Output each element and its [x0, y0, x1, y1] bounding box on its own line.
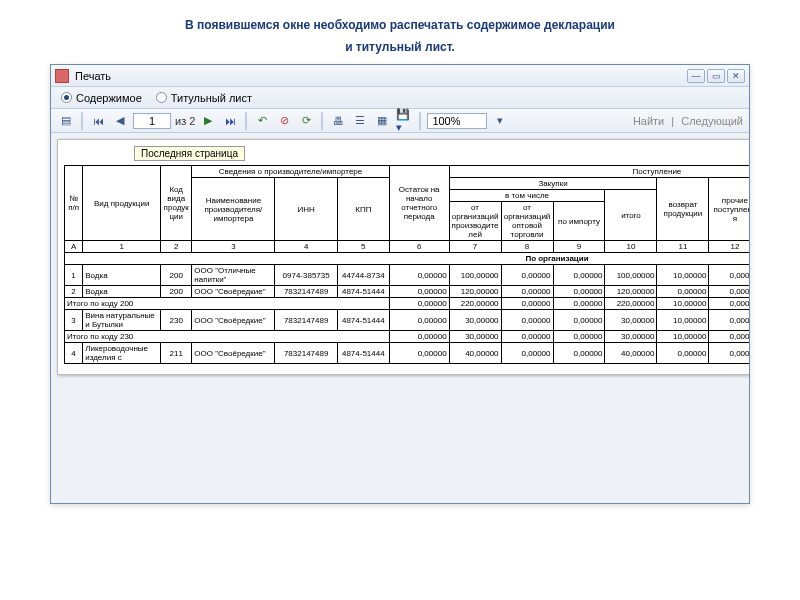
radio-dot-icon [156, 92, 167, 103]
tab-titlepage-label: Титульный лист [171, 92, 252, 104]
instruction-line1: В появившемся окне необходимо распечатат… [0, 0, 800, 40]
table-row: 4Ликероводочные изделия с211ООО "Своёред… [65, 343, 750, 364]
radio-dot-icon [61, 92, 72, 103]
th-naim: Наименование производителя/импортера [192, 178, 275, 241]
first-page-button[interactable]: ⏮ [89, 112, 107, 130]
app-icon [55, 69, 69, 83]
titlebar: Печать — ▭ ✕ [51, 65, 749, 87]
find-label[interactable]: Найти [633, 115, 664, 127]
colnum-row: А12 345 678 91011 121314 151617 [65, 241, 750, 253]
tab-content-label: Содержимое [76, 92, 142, 104]
print-button[interactable]: 🖶 [329, 112, 347, 130]
last-page-button[interactable]: ⏭ [221, 112, 239, 130]
th-kod: Код вида продукции [161, 166, 192, 241]
th-vid: Вид продукции [83, 166, 161, 241]
report-viewport[interactable]: Последняя страница Стр. 2 из 3 № п/п Вид… [51, 133, 749, 503]
tab-bar: Содержимое Титульный лист [51, 87, 749, 109]
th-ot-proiz: от организаций производителей [449, 202, 501, 241]
th-vozvrat-prod: возврат продукции [657, 178, 709, 241]
th-inn: ИНН [275, 178, 337, 241]
th-ostatok: Остаток на начало отчетного периода [389, 166, 449, 241]
declaration-table: № п/п Вид продукции Код вида продукции С… [64, 165, 749, 364]
minimize-button[interactable]: — [687, 69, 705, 83]
th-prochie-post: прочие поступления [709, 178, 749, 241]
refresh-button[interactable]: ⟳ [297, 112, 315, 130]
print-window: Печать — ▭ ✕ Содержимое Титульный лист ▤… [50, 64, 750, 504]
table-row: 2Водка200ООО "Своёредкие"78321474894874-… [65, 286, 750, 298]
layout-button[interactable]: ☰ [351, 112, 369, 130]
tooltip-last-page: Последняя страница [134, 146, 245, 161]
instruction-line2: и титульный лист. [0, 40, 800, 64]
back-button[interactable]: ↶ [253, 112, 271, 130]
report-page: Последняя страница Стр. 2 из 3 № п/п Вид… [57, 139, 749, 375]
th-itogo: итого [605, 190, 657, 241]
table-row: 1Водка200ООО "Отличные напитки"0974-3857… [65, 265, 750, 286]
table-row: 3Вина натуральные и Бутылки230ООО "Своёр… [65, 310, 750, 331]
zoom-dropdown-icon[interactable]: ▾ [491, 112, 509, 130]
zoom-input[interactable] [427, 113, 487, 129]
th-postup: Поступление [449, 166, 749, 178]
subtotal-row: Итого по коду 2000,00000220,000000,00000… [65, 298, 750, 310]
stop-button[interactable]: ⊘ [275, 112, 293, 130]
page-of-label: из 2 [175, 115, 195, 127]
th-ot-opt: от организаций оптовой торговли [501, 202, 553, 241]
table-body: По организации1Водка200ООО "Отличные нап… [65, 253, 750, 364]
export-button[interactable]: 💾▾ [395, 112, 413, 130]
subtotal-row: Итого по коду 2300,0000030,000000,000000… [65, 331, 750, 343]
report-toolbar: ▤ ⏮ ◀ из 2 ▶ ⏭ ↶ ⊘ ⟳ 🖶 ☰ ▦ 💾▾ ▾ Найти | … [51, 109, 749, 133]
prev-page-button[interactable]: ◀ [111, 112, 129, 130]
find-next-label[interactable]: Следующий [681, 115, 743, 127]
th-kpp: КПП [337, 178, 389, 241]
maximize-button[interactable]: ▭ [707, 69, 725, 83]
doc-map-icon[interactable]: ▤ [57, 112, 75, 130]
page-number-input[interactable] [133, 113, 171, 129]
th-sved: Сведения о производителе/импортере [192, 166, 390, 178]
tab-titlepage[interactable]: Титульный лист [156, 92, 252, 104]
next-page-button[interactable]: ▶ [199, 112, 217, 130]
th-no: № п/п [65, 166, 83, 241]
page-setup-button[interactable]: ▦ [373, 112, 391, 130]
window-title: Печать [75, 70, 687, 82]
tab-content[interactable]: Содержимое [61, 92, 142, 104]
close-button[interactable]: ✕ [727, 69, 745, 83]
th-zakupki: Закупки [449, 178, 657, 190]
section-row: По организации [65, 253, 750, 265]
find-sep: | [668, 115, 677, 127]
th-po-import: по импорту [553, 202, 605, 241]
th-vtomchisle: в том числе [449, 190, 605, 202]
